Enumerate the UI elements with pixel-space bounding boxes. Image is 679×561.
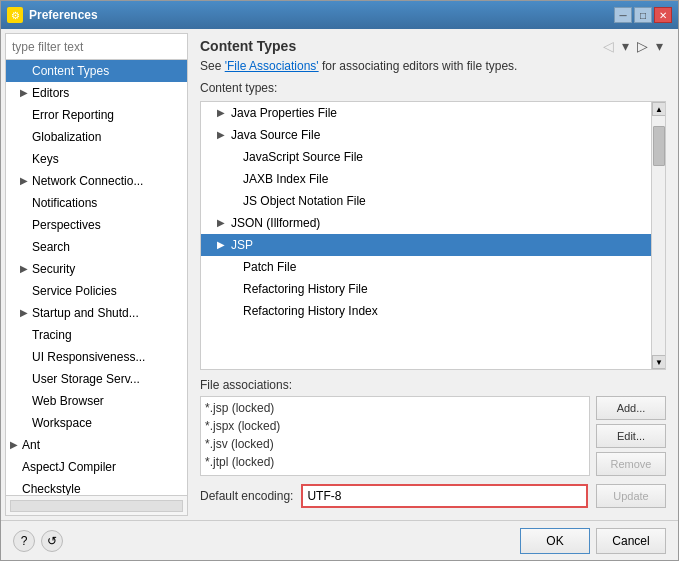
ct-item-js-object[interactable]: JS Object Notation File <box>201 190 665 212</box>
bottom-right: OK Cancel <box>520 528 666 554</box>
ct-item-label-javascript-source: JavaScript Source File <box>243 148 363 166</box>
tree-item-network-connection[interactable]: ▶Network Connectio... <box>6 170 187 192</box>
tree-item-label-editors: Editors <box>32 84 69 102</box>
ct-item-jaxb-index[interactable]: JAXB Index File <box>201 168 665 190</box>
window-title: Preferences <box>29 8 608 22</box>
tree-item-ui-responsiveness[interactable]: UI Responsiveness... <box>6 346 187 368</box>
add-button[interactable]: Add... <box>596 396 666 420</box>
tree-item-search[interactable]: Search <box>6 236 187 258</box>
tree-item-aspectj[interactable]: AspectJ Compiler <box>6 456 187 478</box>
assoc-item[interactable]: *.jspx (locked) <box>205 417 585 435</box>
ct-item-java-source[interactable]: ▶Java Source File <box>201 124 665 146</box>
tree-item-error-reporting[interactable]: Error Reporting <box>6 104 187 126</box>
tree-item-label-search: Search <box>32 238 70 256</box>
ct-item-label-json-illformed: JSON (Illformed) <box>231 214 320 232</box>
tree-item-startup-shutdown[interactable]: ▶Startup and Shutd... <box>6 302 187 324</box>
tree-item-globalization[interactable]: Globalization <box>6 126 187 148</box>
assoc-item[interactable]: *.jtpl (locked) <box>205 453 585 471</box>
ct-item-refactoring-index[interactable]: Refactoring History Index <box>201 300 665 322</box>
file-assoc-section: File associations: *.jsp (locked)*.jspx … <box>200 376 666 476</box>
update-button[interactable]: Update <box>596 484 666 508</box>
maximize-button[interactable]: □ <box>634 7 652 23</box>
nav-forward-button[interactable]: ▷ <box>634 37 651 55</box>
ct-item-javascript-source[interactable]: JavaScript Source File <box>201 146 665 168</box>
remove-button[interactable]: Remove <box>596 452 666 476</box>
ok-button[interactable]: OK <box>520 528 590 554</box>
bottom-bar: ? ↺ OK Cancel <box>1 520 678 560</box>
tree-item-label-user-storage: User Storage Serv... <box>32 370 140 388</box>
tree-item-content-types[interactable]: Content Types <box>6 60 187 82</box>
tree-item-user-storage[interactable]: User Storage Serv... <box>6 368 187 390</box>
ct-item-label-js-object: JS Object Notation File <box>243 192 366 210</box>
tree-area: Content Types▶EditorsError ReportingGlob… <box>6 60 187 495</box>
content-types-label: Content types: <box>200 81 666 95</box>
tree-item-web-browser[interactable]: Web Browser <box>6 390 187 412</box>
encoding-input[interactable] <box>301 484 588 508</box>
content-types-list[interactable]: ▶Java Properties File▶Java Source FileJa… <box>200 101 666 370</box>
ct-item-json-illformed[interactable]: ▶JSON (Illformed) <box>201 212 665 234</box>
minimize-button[interactable]: ─ <box>614 7 632 23</box>
filter-input[interactable] <box>6 34 187 60</box>
tree-item-editors[interactable]: ▶Editors <box>6 82 187 104</box>
help-button[interactable]: ? <box>13 530 35 552</box>
titlebar: ⚙ Preferences ─ □ ✕ <box>1 1 678 29</box>
tree-item-checkstyle[interactable]: Checkstyle <box>6 478 187 495</box>
ct-item-java-props[interactable]: ▶Java Properties File <box>201 102 665 124</box>
scroll-up-btn[interactable]: ▲ <box>652 102 666 116</box>
nav-back-button[interactable]: ◁ <box>600 37 617 55</box>
file-assoc-label: File associations: <box>200 378 666 392</box>
nav-forward-dropdown-button[interactable]: ▾ <box>653 37 666 55</box>
content-area: Content Types▶EditorsError ReportingGlob… <box>1 29 678 520</box>
tree-item-label-ant: Ant <box>22 436 40 454</box>
ct-item-jsp[interactable]: ▶JSP <box>201 234 665 256</box>
tree-item-label-keys: Keys <box>32 150 59 168</box>
assoc-item[interactable]: *.jsp (locked) <box>205 399 585 417</box>
edit-button[interactable]: Edit... <box>596 424 666 448</box>
tree-item-label-service-policies: Service Policies <box>32 282 117 300</box>
encoding-row: Default encoding: Update <box>200 484 666 508</box>
ct-item-label-refactoring-history: Refactoring History File <box>243 280 368 298</box>
content-types-scrollbar[interactable]: ▲▼ <box>651 102 665 369</box>
ct-item-label-jsp: JSP <box>231 236 253 254</box>
ct-item-refactoring-history[interactable]: Refactoring History File <box>201 278 665 300</box>
tree-item-tracing[interactable]: Tracing <box>6 324 187 346</box>
tree-item-label-network-connection: Network Connectio... <box>32 172 143 190</box>
assoc-item[interactable]: *.jsv (locked) <box>205 435 585 453</box>
nav-dropdown-button[interactable]: ▾ <box>619 37 632 55</box>
info-text: See 'File Associations' for associating … <box>200 59 666 73</box>
right-header: Content Types ◁ ▾ ▷ ▾ <box>192 33 674 59</box>
close-button[interactable]: ✕ <box>654 7 672 23</box>
right-content: See 'File Associations' for associating … <box>192 59 674 516</box>
tree-item-notifications[interactable]: Notifications <box>6 192 187 214</box>
preferences-window: ⚙ Preferences ─ □ ✕ Content Types▶Editor… <box>0 0 679 561</box>
tree-item-label-ui-responsiveness: UI Responsiveness... <box>32 348 145 366</box>
ct-item-patch[interactable]: Patch File <box>201 256 665 278</box>
scroll-down-btn[interactable]: ▼ <box>652 355 666 369</box>
file-assoc-row: *.jsp (locked)*.jspx (locked)*.jsv (lock… <box>200 396 666 476</box>
tree-item-security[interactable]: ▶Security <box>6 258 187 280</box>
ct-item-label-refactoring-index: Refactoring History Index <box>243 302 378 320</box>
tree-item-label-tracing: Tracing <box>32 326 72 344</box>
tree-item-service-policies[interactable]: Service Policies <box>6 280 187 302</box>
bottom-left: ? ↺ <box>13 530 63 552</box>
tree-item-label-globalization: Globalization <box>32 128 101 146</box>
tree-item-ant[interactable]: ▶Ant <box>6 434 187 456</box>
side-buttons: Add... Edit... Remove <box>596 396 666 476</box>
tree-item-label-startup-shutdown: Startup and Shutd... <box>32 304 139 322</box>
tree-item-label-web-browser: Web Browser <box>32 392 104 410</box>
tree-item-label-aspectj: AspectJ Compiler <box>22 458 116 476</box>
horizontal-scroll-area <box>6 495 187 515</box>
restore-button[interactable]: ↺ <box>41 530 63 552</box>
tree-item-keys[interactable]: Keys <box>6 148 187 170</box>
tree-item-workspace[interactable]: Workspace <box>6 412 187 434</box>
ct-item-label-patch: Patch File <box>243 258 296 276</box>
horizontal-scrollbar[interactable] <box>10 500 183 512</box>
cancel-button[interactable]: Cancel <box>596 528 666 554</box>
file-assoc-list[interactable]: *.jsp (locked)*.jspx (locked)*.jsv (lock… <box>200 396 590 476</box>
file-associations-link[interactable]: 'File Associations' <box>225 59 319 73</box>
tree-item-perspectives[interactable]: Perspectives <box>6 214 187 236</box>
tree-item-label-security: Security <box>32 260 75 278</box>
ct-item-label-jaxb-index: JAXB Index File <box>243 170 328 188</box>
panel-title: Content Types <box>200 38 296 54</box>
tree-item-label-content-types: Content Types <box>32 62 109 80</box>
